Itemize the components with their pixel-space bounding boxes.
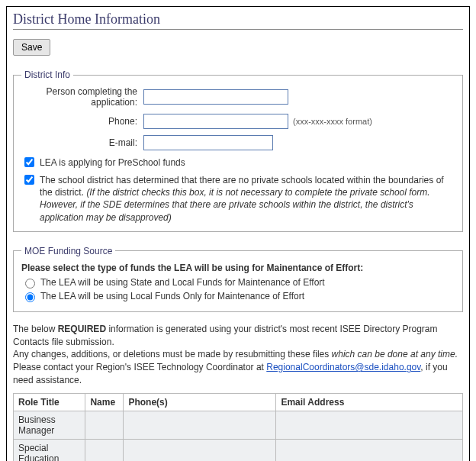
- cell-email: [276, 439, 463, 461]
- contacts-info-block: The below REQUIRED information is genera…: [13, 323, 463, 387]
- cell-role: Special Education Director: [14, 439, 85, 461]
- th-phone: Phone(s): [124, 393, 276, 411]
- phone-label: Phone:: [21, 116, 143, 127]
- info-line1-bold: REQUIRED: [58, 324, 106, 334]
- district-info-fieldset: District Info Person completing the appl…: [13, 69, 463, 232]
- moe-radio-local-only[interactable]: [25, 292, 35, 302]
- private-schools-checkbox-label: The school district has determined that …: [40, 174, 455, 224]
- page-title: District Home Information: [13, 11, 463, 27]
- cell-role: Business Manager: [14, 411, 85, 439]
- moe-radio-state-local[interactable]: [25, 279, 35, 289]
- private-schools-checkbox[interactable]: [24, 175, 34, 185]
- person-label: Person completing the application:: [21, 86, 143, 108]
- moe-legend: MOE Funding Source: [21, 246, 115, 256]
- title-divider: [13, 29, 463, 30]
- moe-radio-state-local-label: The LEA will be using State and Local Fu…: [40, 277, 325, 288]
- private-label-note: (If the district checks this box, it is …: [40, 187, 430, 222]
- info-line2-prefix: Any changes, additions, or deletions mus…: [13, 349, 332, 359]
- th-name: Name: [85, 393, 124, 411]
- phone-hint: (xxx-xxx-xxxx format): [293, 117, 372, 126]
- email-input[interactable]: [143, 135, 273, 150]
- table-row: Business Manager: [14, 411, 463, 439]
- contacts-table: Role Title Name Phone(s) Email Address B…: [13, 393, 463, 461]
- table-row: Special Education Director: [14, 439, 463, 461]
- th-email: Email Address: [276, 393, 463, 411]
- person-input[interactable]: [143, 89, 288, 105]
- info-line1-prefix: The below: [13, 324, 58, 334]
- th-role: Role Title: [14, 393, 85, 411]
- district-info-legend: District Info: [21, 69, 73, 80]
- info-line3-prefix: Please contact your Region's ISEE Techno…: [13, 362, 266, 372]
- moe-radio-local-only-label: The LEA will be using Local Funds Only f…: [40, 291, 304, 301]
- preschool-checkbox-label: LEA is applying for PreSchool funds: [40, 156, 455, 169]
- moe-fieldset: MOE Funding Source Please select the typ…: [13, 246, 463, 312]
- moe-instruction: Please select the type of funds the LEA …: [21, 263, 455, 273]
- preschool-checkbox[interactable]: [24, 157, 34, 167]
- cell-phone: [124, 439, 276, 461]
- cell-phone: [124, 411, 276, 439]
- cell-name: [85, 411, 124, 439]
- phone-input[interactable]: [143, 114, 288, 129]
- info-line2-italic: which can be done at any time.: [332, 349, 458, 359]
- save-button[interactable]: Save: [13, 39, 50, 56]
- cell-email: [276, 411, 463, 439]
- cell-name: [85, 439, 124, 461]
- email-label: E-mail:: [21, 137, 143, 148]
- regional-coordinators-link[interactable]: RegionalCoordinators@sde.idaho.gov: [266, 362, 420, 372]
